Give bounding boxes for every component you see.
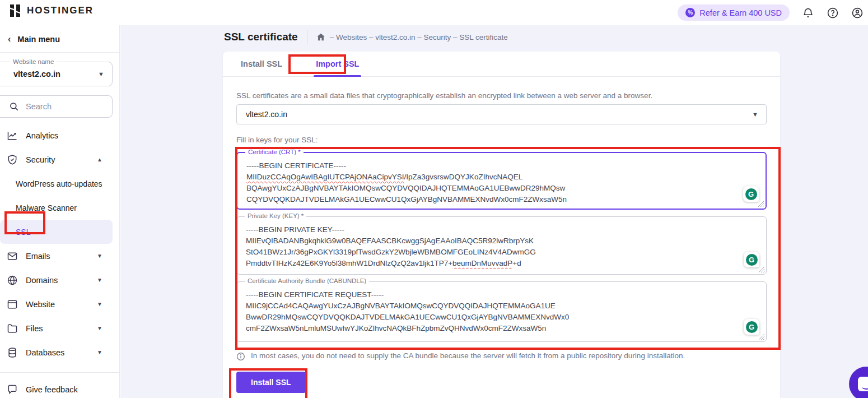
header-divider [307, 30, 307, 44]
sidebar-back-main-menu[interactable]: ‹ Main menu [0, 25, 119, 53]
sidebar-item-label: Analytics [26, 131, 58, 140]
refer-earn-label: Refer & Earn 400 USD [699, 8, 782, 17]
ca-bundle-info-text: In most cases, you do not need to supply… [251, 351, 685, 360]
tab-install-ssl[interactable]: Install SSL [241, 52, 282, 77]
website-name-select[interactable]: Website name vltest2.co.in ▼ [0, 62, 113, 86]
sidebar-item-label: Files [26, 324, 43, 333]
sidebar-child-label: SSL [16, 228, 30, 237]
chevron-down-icon: ▼ [98, 71, 104, 77]
sidebar-item-emails[interactable]: Emails ▼ [0, 244, 119, 268]
install-ssl-button[interactable]: Install SSL [236, 372, 306, 393]
browser-window-icon [7, 299, 18, 310]
chevron-up-icon: ▲ [97, 156, 102, 163]
website-name-value: vltest2.co.in [0, 70, 60, 78]
sidebar: ‹ Main menu Website name vltest2.co.in ▼… [0, 25, 120, 398]
certificate-crt-value[interactable]: -----BEGIN CERTIFICATE----- MIIDuzCCAqOg… [237, 153, 766, 205]
main-content: SSL certificate – Websites – vltest2.co.… [120, 25, 868, 398]
sidebar-item-ssl[interactable]: SSL [0, 220, 113, 244]
tab-bar: Install SSL Import SSL [223, 52, 780, 77]
certificate-crt-label: Certificate (CRT) * [245, 149, 304, 155]
ca-bundle-info: In most cases, you do not need to supply… [236, 351, 767, 361]
hostinger-logo[interactable]: HOSTINGER [8, 4, 94, 17]
chat-bubble-icon [858, 377, 868, 391]
sidebar-item-label: Security [26, 155, 55, 164]
ca-bundle-value[interactable]: -----BEGIN CERTIFICATE REQUEST----- MIIC… [237, 282, 766, 334]
main-menu-label: Main menu [17, 35, 60, 44]
search-icon [9, 101, 19, 112]
refer-earn-button[interactable]: % Refer & Earn 400 USD [678, 4, 790, 21]
ssl-card: Install SSL Import SSL SSL certificates … [223, 52, 780, 398]
sidebar-item-label: Website [26, 300, 55, 309]
ca-bundle-label: Certificate Authority Bundle (CABUNDLE) [245, 277, 369, 284]
certificate-crt-field[interactable]: Certificate (CRT) * -----BEGIN CERTIFICA… [236, 152, 767, 210]
sidebar-item-analytics[interactable]: Analytics [0, 123, 119, 147]
breadcrumb-text: – Websites – vltest2.co.in – Security – … [330, 33, 508, 41]
private-key-label: Private Key (KEY) * [245, 212, 306, 219]
envelope-icon [7, 251, 18, 262]
resize-handle-icon[interactable] [758, 334, 765, 340]
top-bar: HOSTINGER % Refer & Earn 400 USD [0, 0, 868, 25]
sidebar-item-security[interactable]: Security ▲ [0, 147, 119, 172]
sidebar-item-wordpress-auto-updates[interactable]: WordPress auto-updates [0, 172, 119, 196]
sidebar-item-domains[interactable]: Domains ▼ [0, 268, 119, 292]
grammarly-icon[interactable]: G [744, 252, 759, 267]
private-key-value[interactable]: -----BEGIN PRIVATE KEY----- MIIEvQIBADAN… [237, 217, 766, 269]
give-feedback-label: Give feedback [26, 385, 78, 394]
percent-badge-icon: % [685, 8, 695, 17]
analytics-icon [7, 130, 18, 141]
sidebar-item-label: Emails [26, 252, 50, 261]
chevron-down-icon: ▼ [752, 111, 758, 118]
sidebar-item-files[interactable]: Files ▼ [0, 316, 119, 340]
ssl-description: SSL certificates are a small data files … [236, 91, 767, 100]
search-placeholder: Search [26, 102, 52, 111]
feedback-bubble-icon [7, 384, 18, 395]
sidebar-search-input[interactable]: Search [0, 95, 113, 118]
globe-icon [7, 275, 18, 286]
info-icon [236, 352, 245, 361]
breadcrumb: – Websites – vltest2.co.in – Security – … [316, 33, 508, 41]
chevron-down-icon: ▼ [97, 325, 102, 331]
chevron-down-icon: ▼ [97, 253, 102, 259]
grammarly-icon[interactable]: G [744, 319, 759, 335]
page-title: SSL certificate [224, 31, 298, 43]
sidebar-item-label: Databases [26, 348, 64, 357]
resize-handle-icon[interactable] [758, 266, 765, 273]
grammarly-icon[interactable]: G [743, 186, 759, 202]
fill-keys-label: Fill in keys for your SSL: [236, 136, 767, 144]
private-key-field[interactable]: Private Key (KEY) * -----BEGIN PRIVATE K… [236, 216, 767, 275]
hostinger-logo-icon [8, 4, 22, 17]
help-icon[interactable] [827, 7, 839, 19]
tab-import-ssl[interactable]: Import SSL [316, 52, 359, 77]
chevron-left-icon: ‹ [8, 34, 11, 44]
account-profile-icon[interactable] [851, 7, 864, 19]
folder-icon [7, 323, 18, 334]
sidebar-item-label: Domains [26, 276, 58, 285]
notifications-bell-icon[interactable] [802, 7, 814, 19]
sidebar-child-label: WordPress auto-updates [16, 179, 102, 188]
sidebar-item-malware-scanner[interactable]: Malware Scanner [0, 196, 119, 220]
shield-icon [7, 154, 18, 165]
sidebar-child-label: Malware Scanner [16, 203, 77, 212]
sidebar-item-databases[interactable]: Databases ▼ [0, 340, 119, 364]
domain-select-value: vltest2.co.in [246, 110, 287, 119]
brand-name: HOSTINGER [27, 5, 94, 16]
home-icon[interactable] [316, 33, 325, 41]
sidebar-item-website[interactable]: Website ▼ [0, 292, 119, 316]
website-name-label: Website name [10, 58, 57, 65]
chevron-down-icon: ▼ [97, 301, 102, 307]
ca-bundle-field[interactable]: Certificate Authority Bundle (CABUNDLE) … [236, 281, 767, 342]
chevron-down-icon: ▼ [97, 277, 102, 283]
give-feedback-button[interactable]: Give feedback [0, 373, 119, 395]
domain-select[interactable]: vltest2.co.in ▼ [236, 104, 767, 124]
database-icon [7, 347, 18, 358]
resize-handle-icon[interactable] [758, 201, 764, 207]
chevron-down-icon: ▼ [97, 349, 102, 355]
